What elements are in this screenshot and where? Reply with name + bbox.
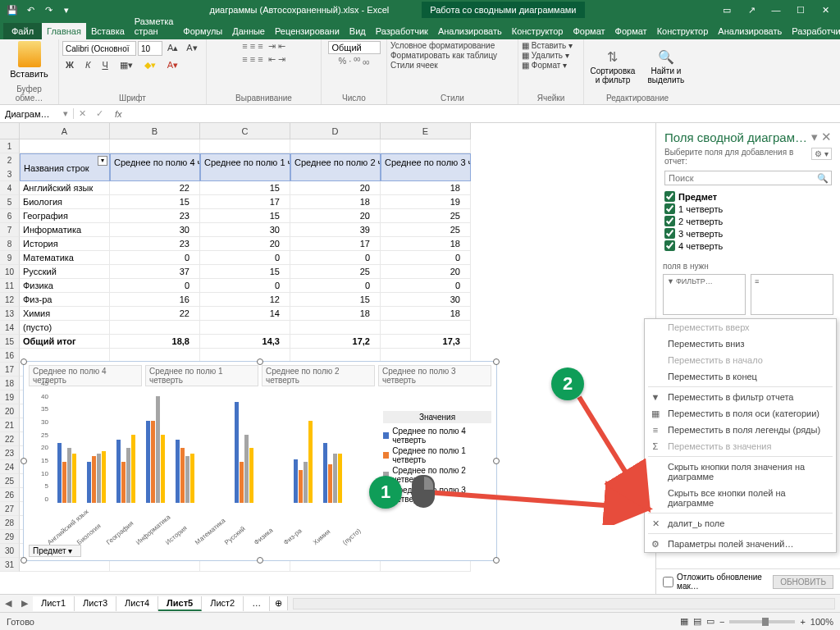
- sheet-tab[interactable]: Лист1: [33, 596, 75, 611]
- filter-dropdown-icon[interactable]: ▾: [98, 156, 107, 166]
- font-size-select[interactable]: [138, 41, 162, 56]
- sheet-tab[interactable]: …: [244, 596, 270, 611]
- underline-button[interactable]: Ч: [98, 58, 111, 72]
- tab-Разработчик[interactable]: Разработчик: [787, 23, 840, 39]
- view-break-icon[interactable]: ▭: [706, 616, 714, 627]
- context-menu-item[interactable]: Скрыть все кнопки полей на диаграмме: [645, 485, 836, 511]
- name-box[interactable]: Диаграм…▾: [0, 108, 74, 119]
- ribbon-tab[interactable]: Формулы: [178, 23, 227, 39]
- add-sheet-button[interactable]: ⊕: [270, 596, 288, 610]
- gear-icon[interactable]: ⚙ ▾: [811, 148, 832, 160]
- insert-cells[interactable]: ▦ Вставить ▾: [522, 41, 573, 50]
- defer-update-checkbox[interactable]: Отложить обновление мак…: [663, 573, 773, 591]
- undo-icon[interactable]: ↶: [23, 2, 38, 17]
- context-menu-item[interactable]: Переместить вниз: [645, 336, 836, 352]
- sort-filter-button[interactable]: ⇅ Сортировка и фильтр: [587, 49, 638, 84]
- tab-Конструктор[interactable]: Конструктор: [652, 23, 714, 39]
- fill-color-icon[interactable]: ◆▾: [141, 58, 159, 72]
- grow-font-icon[interactable]: A▴: [164, 41, 181, 56]
- font-name-select[interactable]: [62, 41, 136, 56]
- cell-styles[interactable]: Стили ячеек: [390, 61, 438, 70]
- ribbon-display-icon[interactable]: ▭: [715, 1, 738, 19]
- update-button[interactable]: ОБНОВИТЬ: [773, 575, 833, 589]
- ribbon: Вставить Буфер обме… A▴ A▾ Ж К Ч ▦▾ ◆▾ A…: [0, 39, 840, 105]
- context-menu-item[interactable]: Скрыть кнопки поля значения на диаграмме: [645, 459, 836, 485]
- sheet-tab[interactable]: Лист2: [202, 596, 244, 611]
- pane-dropdown-icon[interactable]: ▾ ✕: [811, 130, 832, 144]
- tab-file[interactable]: Файл: [3, 23, 42, 39]
- border-icon[interactable]: ▦▾: [116, 58, 136, 72]
- zoom-level[interactable]: 100%: [810, 617, 833, 627]
- view-layout-icon[interactable]: ▤: [693, 616, 701, 627]
- sheet-tab[interactable]: Лист4: [116, 596, 158, 611]
- pivot-row-label-header[interactable]: Названия строк▾: [20, 153, 110, 181]
- find-select-button[interactable]: 🔍 Найти и выделить: [645, 49, 687, 84]
- status-ready: Готово: [7, 617, 34, 627]
- context-menu-item[interactable]: ≡Переместить в поля легенды (ряды): [645, 422, 836, 438]
- zoom-slider[interactable]: [729, 620, 795, 623]
- context-menu-item[interactable]: ▦Переместить в поля оси (категории): [645, 405, 836, 422]
- zone-filters[interactable]: ▼ Фильтр…: [663, 274, 746, 315]
- ribbon-tab[interactable]: Вставка: [86, 23, 130, 39]
- tab-Анализировать[interactable]: Анализировать: [713, 23, 787, 39]
- paste-button[interactable]: Вставить: [10, 69, 48, 79]
- status-bar: Готово ▦ ▤ ▭ − + 100%: [0, 612, 840, 630]
- context-menu-item[interactable]: ▼Переместить в фильтр отчета: [645, 389, 836, 405]
- format-as-table[interactable]: Форматировать как таблицу: [390, 51, 497, 60]
- ribbon-tab[interactable]: Формат: [568, 23, 609, 39]
- field-checkbox[interactable]: 1 четверть: [664, 203, 832, 215]
- delete-cells[interactable]: ▦ Удалить ▾: [522, 51, 569, 60]
- title-bar: 💾 ↶ ↷ ▾ диаграммы (Автосохраненный).xlsx…: [0, 0, 840, 20]
- help-link-icon[interactable]: ↗: [740, 1, 763, 19]
- ribbon-tab[interactable]: Конструктор: [507, 23, 568, 39]
- font-color-icon[interactable]: A▾: [164, 58, 181, 72]
- field-checkbox[interactable]: 4 четверть: [664, 240, 832, 252]
- field-checkbox[interactable]: 3 четверть: [664, 227, 832, 240]
- mouse-icon: [412, 475, 435, 508]
- tab-Формат[interactable]: Формат: [610, 23, 652, 39]
- context-menu-item[interactable]: Переместить в конец: [645, 368, 836, 385]
- italic-button[interactable]: К: [82, 58, 94, 72]
- field-checkbox[interactable]: Предмет: [664, 190, 832, 203]
- cancel-icon[interactable]: ✕: [74, 108, 91, 119]
- horizontal-scrollbar[interactable]: [293, 598, 835, 609]
- ribbon-tab[interactable]: Анализировать: [433, 23, 507, 39]
- context-menu-item[interactable]: ⚙Параметры полей значений…: [645, 536, 836, 552]
- context-menu-item[interactable]: ✕далит_ь поле: [645, 515, 836, 532]
- context-menu-item: Переместить вверх: [645, 319, 836, 336]
- ribbon-tab[interactable]: Главная: [42, 23, 86, 39]
- bold-button[interactable]: Ж: [62, 58, 77, 72]
- zoom-in-icon[interactable]: +: [800, 617, 805, 627]
- zoom-out-icon[interactable]: −: [719, 617, 724, 627]
- qat-more-icon[interactable]: ▾: [59, 2, 74, 17]
- redo-icon[interactable]: ↷: [41, 2, 56, 17]
- conditional-formatting[interactable]: Условное форматирование: [390, 41, 495, 50]
- save-icon[interactable]: 💾: [5, 2, 20, 17]
- chart-filter-button[interactable]: Предмет ▾: [29, 545, 81, 557]
- fx-icon[interactable]: fx: [108, 109, 129, 119]
- ribbon-tab[interactable]: Вид: [345, 23, 371, 39]
- field-search-input[interactable]: [664, 171, 832, 185]
- paste-icon[interactable]: [18, 41, 41, 67]
- sheet-tab[interactable]: Лист5: [158, 596, 202, 611]
- number-format-select[interactable]: Общий: [328, 41, 381, 54]
- ribbon-tab[interactable]: Разработчик: [371, 23, 433, 39]
- pane-title: Поля сводной диаграм…: [664, 130, 807, 144]
- view-normal-icon[interactable]: ▦: [680, 616, 688, 627]
- field-checkbox[interactable]: 2 четверть: [664, 215, 832, 227]
- tab-nav-prev[interactable]: ◀: [0, 598, 16, 609]
- ribbon-tab[interactable]: Разметка стран: [130, 13, 179, 39]
- minimize-icon[interactable]: —: [765, 1, 788, 19]
- window-title: диаграммы (Автосохраненный).xlsx - Excel: [209, 5, 389, 15]
- zone-legend[interactable]: ≡: [751, 274, 833, 315]
- format-cells[interactable]: ▦ Формат ▾: [522, 61, 567, 70]
- close-icon[interactable]: ✕: [814, 1, 837, 19]
- tab-nav-next[interactable]: ▶: [16, 598, 33, 609]
- ribbon-tab[interactable]: Рецензировани: [270, 23, 345, 39]
- enter-icon[interactable]: ✓: [91, 108, 108, 119]
- shrink-font-icon[interactable]: A▾: [183, 41, 200, 56]
- sheet-tab[interactable]: Лист3: [75, 596, 116, 611]
- ribbon-tab[interactable]: Данные: [227, 23, 270, 39]
- field-context-menu: Переместить вверхПереместить внизПеремес…: [644, 318, 837, 553]
- maximize-icon[interactable]: ☐: [789, 1, 812, 19]
